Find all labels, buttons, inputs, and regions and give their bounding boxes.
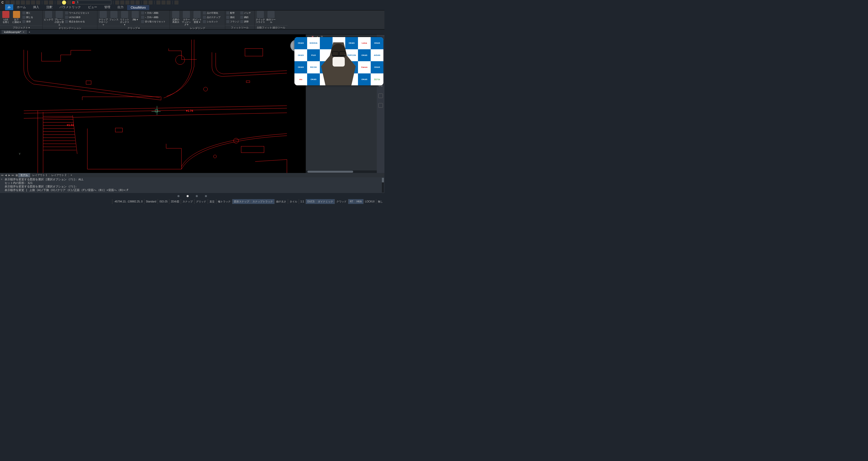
reset-clip-button[interactable]: 切り取りをリセット [141,20,165,24]
status-snap[interactable]: スナップ [181,199,194,204]
cloud-icon[interactable] [378,94,383,98]
print-icon[interactable] [26,1,30,5]
panel-scrollbar[interactable] [306,170,384,173]
tab-manage[interactable]: 管理 [101,4,114,10]
redo-icon[interactable] [49,1,53,5]
adjust-button[interactable]: 調整 [240,20,251,24]
world-reset-button[interactable]: ワールドにリセット [65,11,90,15]
prev-tab-icon[interactable]: ◀ [4,174,8,176]
status-lockui[interactable]: LOCKUI [363,199,376,204]
undo-icon[interactable] [44,1,48,5]
quickslice-button[interactable]: クイックスライス [255,11,265,23]
move-plus-button[interactable]: + 方向へ移動 [141,11,165,15]
layer-dropdown[interactable]: 1 [76,1,111,4]
tool-h-icon[interactable] [156,1,160,5]
lgs-open-button[interactable]: LGSを開く [1,11,11,23]
tab-annotate[interactable]: 注釈 [43,4,56,10]
document-tab[interactable]: ksiblksample* × [2,30,27,34]
fence-button[interactable]: フェンス [109,11,119,21]
status-hka[interactable]: HKA [355,199,363,204]
tool-c-icon[interactable] [125,1,129,5]
status-rt[interactable]: RT [348,199,355,204]
status-iso[interactable]: ISO-25 [158,199,169,204]
status-snaptrack[interactable]: スナップトラック [251,199,274,204]
tab-parametric[interactable]: パラメトリック [56,4,85,10]
open-icon[interactable] [11,1,15,5]
new-tab-button[interactable]: + [27,31,32,34]
layout2-tab[interactable]: レイアウト 2 [49,173,68,177]
tab-app[interactable]: み [5,4,13,10]
steel-button[interactable]: 鋼鉄 [240,15,251,19]
color-mapping-button[interactable]: カラーマッピング ▾ [182,11,191,26]
status-quad[interactable]: クワッド [335,199,348,204]
tool-f-icon[interactable] [144,1,148,5]
structure-icon[interactable] [378,103,383,108]
connect-fit-button[interactable]: 接続 [226,15,239,19]
plane-button[interactable]: プレーンの切り替え [54,11,64,26]
tab-insert[interactable]: 挿入 [30,4,43,10]
print-preview-icon[interactable] [31,1,35,5]
status-lwt[interactable]: 線の太さ [274,199,288,204]
tab-home[interactable]: ホーム [13,4,30,10]
clip-manager-button[interactable]: クリップマネージャ [98,11,108,26]
status-2d[interactable]: 2D作図 [169,199,181,204]
close-commandline-icon[interactable]: × [1,177,3,181]
command-scrollbar[interactable] [382,178,384,193]
next-tab-icon[interactable]: ▶ [8,174,11,176]
layout1-tab[interactable]: レイアウト 1 [30,173,49,177]
save-button[interactable]: 保存 [22,20,33,24]
tool-j-icon[interactable] [166,1,170,5]
open-button[interactable]: 開く [22,11,33,15]
status-tile[interactable]: タイル [288,199,299,204]
connect-button[interactable]: 以下に接続 ▾ [12,11,21,23]
slide-dot[interactable] [205,195,207,197]
tool-e-icon[interactable] [135,1,140,5]
command-window[interactable]: × 表示順序を変更する図形を選択 [選択オプション (?)]: ALL セット内… [0,177,384,193]
point-density-button[interactable]: ポイント密度 ▾ [192,11,202,23]
piping-button[interactable]: 配管 [226,11,239,15]
align-view-button[interactable]: 視点を合わせる [65,20,90,24]
layer-control[interactable]: 1 [57,1,111,5]
status-none[interactable]: 無し [376,199,384,204]
point-snap-button[interactable]: 点のスナップ [203,15,220,19]
move-minus-button[interactable]: − 方向へ移動 [141,15,165,19]
publish-icon[interactable] [36,1,40,5]
status-standard[interactable]: Standard [144,199,158,204]
model-tab[interactable]: モデル [18,173,30,177]
add-layout-tab[interactable]: + [69,173,74,177]
silhouette-button[interactable]: シルエット [203,20,220,24]
app-menu-button[interactable]: C [1,1,5,5]
status-osnap[interactable]: 図形スナップ [232,199,251,204]
ucs-save-button[interactable]: UCSの保存 [65,15,90,19]
last-tab-icon[interactable]: ⏭ [11,174,15,176]
tool-i-icon[interactable] [161,1,165,5]
slide-dot[interactable] [178,195,180,197]
search-icon[interactable] [175,1,179,5]
slide-dot[interactable] [187,195,189,197]
tool-b-icon[interactable] [120,1,124,5]
limitbox-button[interactable]: リミットボックス ▾ [120,11,129,26]
saveas-icon[interactable] [21,1,25,5]
linetool-button[interactable]: 線分ツール [266,11,276,23]
tab-cloudworx[interactable]: CloudWorx [127,5,149,10]
status-dyn[interactable]: ダイナミック [316,199,335,204]
save-icon[interactable] [16,1,20,5]
tool-d-icon[interactable] [130,1,134,5]
close-document-icon[interactable]: × [23,31,24,34]
first-tab-icon[interactable]: ⏮ [1,174,4,176]
flange-button[interactable]: フランジ [226,20,239,24]
list-tabs-icon[interactable]: ▦ [15,174,18,176]
new-icon[interactable] [6,1,10,5]
status-ducs[interactable]: DUCS [306,199,316,204]
show-points-button[interactable]: 点群の再表示 [171,11,181,23]
tool-a-icon[interactable] [115,1,119,5]
close-button[interactable]: 閉じる [22,15,33,19]
tab-view[interactable]: ビュー [85,4,101,10]
status-scale[interactable]: 1:1 [299,199,306,204]
status-polar[interactable]: 極トラック [216,199,232,204]
drawing-canvas[interactable]: ▾1.51 ▾1.74 Y W X [0,35,306,173]
zaxis-button[interactable]: Z軸 ▾ [130,11,140,21]
pick-button[interactable]: ピックで [44,11,53,21]
status-ortho[interactable]: 直交 [208,199,216,204]
tab-output[interactable]: 出力 [114,4,127,10]
